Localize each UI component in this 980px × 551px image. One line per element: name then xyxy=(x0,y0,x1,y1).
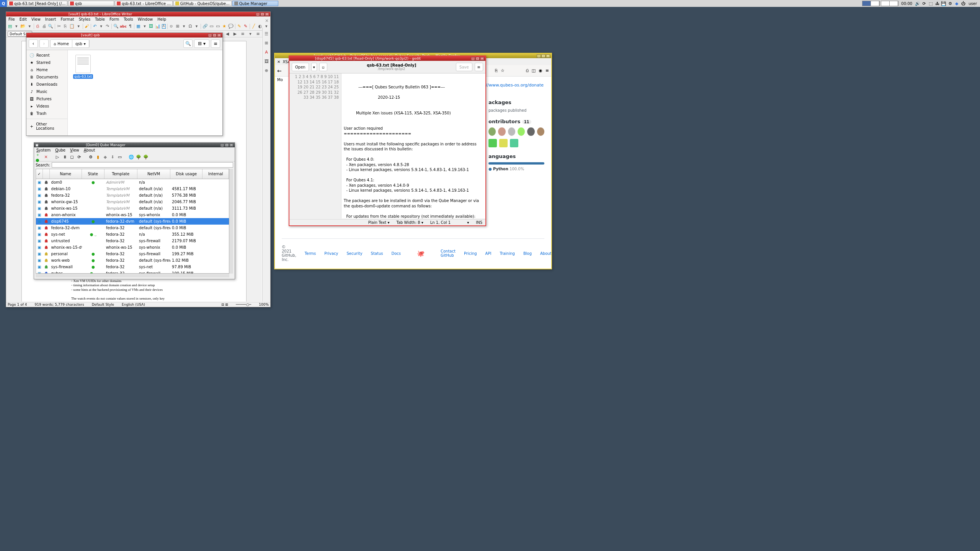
table-row[interactable]: ▣whonix-ws-15TemplateVMdefault (n/a)3111… xyxy=(36,205,229,212)
file-item[interactable]: qsb-63.txt xyxy=(72,55,94,78)
preview-icon[interactable]: 🔍 xyxy=(48,23,53,29)
minimize-button[interactable]: _ xyxy=(208,34,212,37)
table-row[interactable]: ▣disp6745●fedora-32-dvmdefault (sys-fire… xyxy=(36,218,229,225)
menu-item[interactable]: File xyxy=(8,17,15,21)
user-label[interactable]: user xyxy=(967,2,978,6)
apps-icon[interactable]: ◆ xyxy=(102,154,108,160)
sb-gallery-icon[interactable]: 🖼 xyxy=(263,58,270,64)
footer-link[interactable]: About xyxy=(540,251,551,256)
textbox-icon[interactable]: A xyxy=(162,24,166,29)
open-icon[interactable]: 📂 xyxy=(20,23,26,29)
footer-link[interactable]: Security xyxy=(347,251,363,256)
column-header[interactable]: State xyxy=(82,169,105,179)
line-icon[interactable]: ╱ xyxy=(252,23,256,29)
updates-icon[interactable]: ⟳ xyxy=(921,1,927,6)
table-row[interactable]: ▣qubes● ⎵fedora-32sys-firewall100.15 MiB xyxy=(36,270,229,274)
comment-icon[interactable]: 💬 xyxy=(228,23,234,29)
menu-item[interactable]: Qube xyxy=(55,148,65,152)
hamburger-button[interactable]: ≡ xyxy=(475,63,483,71)
update-icon[interactable]: ⬇ xyxy=(109,154,116,160)
maximize-button[interactable]: □ xyxy=(260,13,265,16)
sidebar-item[interactable]: 🗎Documents xyxy=(26,73,67,81)
new-icon[interactable]: ▤ xyxy=(8,23,13,29)
shapes-icon[interactable]: ◐ xyxy=(258,23,263,29)
close-button[interactable]: × xyxy=(480,57,484,60)
sidebar-item[interactable]: 🖼Pictures xyxy=(26,95,67,103)
status-ins[interactable]: INS xyxy=(476,220,482,225)
close-button[interactable]: × xyxy=(546,54,550,58)
titlebar[interactable]: ▣ [Dom0] Qube Manager _□× xyxy=(34,143,235,147)
reference-icon[interactable]: ★ xyxy=(222,23,227,29)
hamburger-button[interactable]: ≡ xyxy=(211,39,220,48)
clock[interactable]: 00:00 xyxy=(900,2,914,6)
status-lang[interactable]: Plain Text ▾ xyxy=(368,220,390,225)
spell-icon[interactable]: abc xyxy=(120,23,126,29)
restore-icon[interactable]: 🌳 xyxy=(143,154,149,160)
sb-settings-icon[interactable]: ☰ xyxy=(263,31,270,37)
titlebar[interactable]: [vault] qsb _□× xyxy=(26,33,222,37)
power-icon[interactable]: ⏻ xyxy=(960,1,966,6)
column-header[interactable]: ✓ xyxy=(36,169,43,179)
path-home[interactable]: ⌂ Home xyxy=(51,40,72,47)
path-bar[interactable]: ⌂ Home qsb ▾ xyxy=(50,39,90,48)
maximize-button[interactable]: □ xyxy=(225,143,229,147)
table-row[interactable]: ▣anon-whonixwhonix-ws-15sys-whonix0.0 Mi… xyxy=(36,212,229,218)
back-button[interactable]: ‹ xyxy=(29,39,38,48)
path-current[interactable]: qsb ▾ xyxy=(72,40,89,47)
new-tab-button[interactable]: ▫ xyxy=(319,63,327,71)
pdf-icon[interactable]: ⎙ xyxy=(35,23,40,29)
table-row[interactable]: ▣sys-net● ⎵fedora-32n/a355.12 MiB xyxy=(36,231,229,238)
global-settings-icon[interactable]: 🌐 xyxy=(128,154,134,160)
maximize-button[interactable]: □ xyxy=(475,57,480,60)
view-toggle[interactable]: ⊞ ▾ xyxy=(194,39,209,48)
pilcrow-icon[interactable]: ¶ xyxy=(128,23,133,29)
column-header[interactable]: NetVM xyxy=(137,169,170,179)
track2-icon[interactable]: ✎ xyxy=(243,23,248,29)
indent-icon[interactable]: ▶ xyxy=(232,31,238,37)
menu-item[interactable]: Form xyxy=(109,17,119,21)
minimize-button[interactable]: _ xyxy=(471,57,475,60)
new-qube-icon[interactable]: ＋● xyxy=(36,154,42,160)
contributor-avatars[interactable] xyxy=(488,127,544,136)
table-row[interactable]: ▣dom0●AdminVMn/a xyxy=(36,179,229,186)
table-row[interactable]: ▣fedora-32TemplateVMdefault (n/a)5776.38… xyxy=(36,192,229,199)
sidebar-item[interactable]: +Other Locations xyxy=(26,119,67,132)
sidebar-item[interactable]: ♪Music xyxy=(26,88,67,95)
sidebar-item[interactable]: ⌂Home xyxy=(26,66,67,73)
menu-item[interactable]: Styles xyxy=(79,17,90,21)
close-button[interactable]: × xyxy=(217,34,221,37)
sb-styles-icon[interactable]: A xyxy=(263,49,270,55)
scrollbar-h[interactable] xyxy=(36,274,229,277)
footer-link[interactable]: Privacy xyxy=(324,251,338,256)
table-row[interactable]: ▣whonix-gw-15TemplateVMdefault (n/a)2046… xyxy=(36,199,229,205)
minimize-button[interactable]: _ xyxy=(256,13,260,16)
sb-properties-icon[interactable]: ⊞ xyxy=(263,40,270,46)
table-row[interactable]: ▣sys-firewall●fedora-32sys-net97.89 MiB xyxy=(36,264,229,270)
paraspacing-icon[interactable]: ≡ xyxy=(255,31,261,37)
remove-qube-icon[interactable]: ✕ xyxy=(43,154,49,160)
settings-icon[interactable]: ⚙ xyxy=(88,154,94,160)
footer-link[interactable]: Training xyxy=(500,251,514,256)
column-header[interactable] xyxy=(43,169,50,179)
table-row[interactable]: ▣personal●fedora-32sys-firewall199.27 Mi… xyxy=(36,251,229,257)
taskbar-item[interactable]: qsb-63.txt - LibreOffice ... xyxy=(115,1,173,6)
doc-close-icon[interactable]: × xyxy=(265,18,269,23)
text-view[interactable]: 1 2 3 4 5 6 7 8 9 10 11 12 13 14 15 16 1… xyxy=(289,73,485,218)
redo-icon[interactable]: ↷ xyxy=(105,23,110,29)
column-header[interactable]: Disk usage xyxy=(170,169,203,179)
sb-navigator-icon[interactable]: ⊕ xyxy=(263,67,270,73)
column-header[interactable]: Template xyxy=(105,169,137,179)
menu-item[interactable]: Help xyxy=(157,17,166,21)
backup-icon[interactable]: 🌳 xyxy=(136,154,142,160)
titlebar[interactable]: [disp6745] qsb-63.txt [Read-Only] (/tmp/… xyxy=(289,56,485,61)
open-button[interactable]: Open xyxy=(292,63,309,71)
menu-item[interactable]: Insert xyxy=(45,17,56,21)
table-icon[interactable]: ▦ xyxy=(136,23,141,29)
sidebar-icon[interactable]: ◫ xyxy=(532,68,536,73)
find-icon[interactable]: 🔍 xyxy=(113,23,119,29)
outdent-icon[interactable]: ◀ xyxy=(224,31,230,37)
volume-icon[interactable]: 🔊 xyxy=(915,1,920,6)
menu-item[interactable]: Window xyxy=(138,17,153,21)
table-row[interactable]: ▣fedora-32-dvmfedora-32default (sys-fire… xyxy=(36,225,229,231)
qubes-tray-icon[interactable]: ◆ xyxy=(954,1,959,6)
